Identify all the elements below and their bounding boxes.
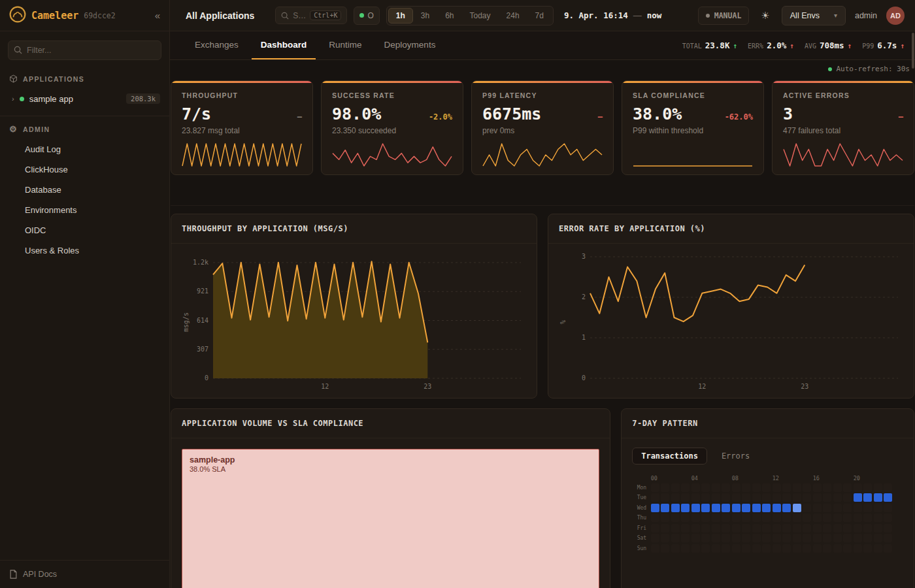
tab-deployments[interactable]: Deployments <box>375 31 445 59</box>
treemap-cell-sla: 38.0% SLA <box>190 465 591 473</box>
scrollbar-thumb[interactable] <box>912 33 914 69</box>
sidebar: Cameleer 69dcce2 « APPLICATIONS › sample… <box>0 0 170 588</box>
sidebar-collapse-icon[interactable]: « <box>155 10 160 21</box>
heatmap-cell <box>742 493 750 502</box>
heatmap-cell <box>712 504 720 512</box>
tab-dashboard[interactable]: Dashboard <box>252 31 316 59</box>
heatmap-cell <box>782 534 791 542</box>
heatmap-cell <box>701 504 710 512</box>
heatmap-cell <box>803 483 811 492</box>
svg-text:0: 0 <box>205 374 208 382</box>
kpi-value: 6675ms <box>482 105 541 123</box>
sidebar-footer: API Docs <box>0 560 169 588</box>
heatmap-cell <box>793 514 801 522</box>
toggle-transactions[interactable]: Transactions <box>632 448 707 465</box>
heatmap-cell <box>793 483 801 492</box>
stat-err: ERR% 2.0% ↑ <box>748 41 794 50</box>
kpi-delta: – <box>899 112 903 122</box>
heatmap-cell <box>884 493 892 502</box>
manual-refresh-button[interactable]: MANUAL <box>698 7 750 25</box>
time-to[interactable]: now <box>647 10 662 20</box>
heatmap-cell <box>691 514 700 522</box>
heatmap-cell <box>752 544 761 553</box>
heatmap-cell <box>863 504 872 512</box>
range-button-today[interactable]: Today <box>462 8 499 24</box>
heatmap-day-label: Sat <box>632 535 649 541</box>
weekly-heatmap: 000408121620MonTueWedThuFriSatSun <box>632 475 903 553</box>
range-button-1h[interactable]: 1h <box>388 8 413 24</box>
range-button-24h[interactable]: 24h <box>499 8 527 24</box>
sidebar-item-database[interactable]: Database <box>0 180 169 200</box>
error-rate-chart: 01231223% <box>559 252 903 393</box>
pattern-toggle-row: Transactions Errors <box>632 448 903 465</box>
sidebar-item-sample-app[interactable]: › sample app 208.3k <box>0 88 169 109</box>
kpi-row: THROUGHPUT 7/s – 23.827 msg total SUCCES… <box>171 80 914 175</box>
heatmap-cell <box>884 544 892 553</box>
heatmap-cell <box>651 483 659 492</box>
global-search[interactable]: S… Ctrl+K <box>275 7 347 24</box>
svg-text:12: 12 <box>321 383 329 390</box>
heatmap-cell <box>773 534 781 542</box>
svg-text:921: 921 <box>197 287 208 295</box>
heatmap-hour-label: 04 <box>691 475 731 482</box>
app-item-label[interactable]: sample app <box>29 94 73 104</box>
heatmap-cell <box>661 483 669 492</box>
chevron-right-icon[interactable]: › <box>12 95 14 103</box>
sidebar-item-environments[interactable]: Environments <box>0 200 169 220</box>
tab-exchanges[interactable]: Exchanges <box>186 31 248 59</box>
stat-total-value: 23.8K <box>705 41 730 50</box>
page-title: All Applications <box>186 10 254 21</box>
range-button-7d[interactable]: 7d <box>527 8 552 24</box>
heatmap-cell <box>762 493 771 502</box>
api-docs-link[interactable]: API Docs <box>23 570 57 579</box>
sidebar-item-clickhouse[interactable]: ClickHouse <box>0 159 169 180</box>
heatmap-cell <box>722 544 730 553</box>
sidebar-filter <box>8 41 161 60</box>
heatmap-cell <box>874 483 882 492</box>
heatmap-cell <box>691 534 700 542</box>
kpi-gradient-bar <box>622 81 763 83</box>
kpi-card-active-errors: ACTIVE ERRORS 3 – 477 failures total <box>772 80 914 175</box>
heatmap-cell <box>833 544 842 553</box>
arrow-up-icon: ↑ <box>733 42 737 50</box>
search-icon <box>14 46 22 54</box>
heatmap-cell <box>681 534 690 542</box>
heatmap-cell <box>722 534 730 542</box>
heatmap-cell <box>813 483 822 492</box>
live-status-pill[interactable]: O <box>354 7 379 25</box>
tab-runtime[interactable]: Runtime <box>320 31 371 59</box>
heatmap-cell <box>742 504 750 512</box>
time-separator: — <box>633 10 642 20</box>
kpi-value: 3 <box>783 105 793 123</box>
sidebar-item-users-roles[interactable]: Users & Roles <box>0 240 169 261</box>
heatmap-cell <box>823 534 831 542</box>
stat-avg-label: AVG <box>805 42 816 50</box>
sidebar-item-oidc[interactable]: OIDC <box>0 220 169 240</box>
heatmap-cell <box>854 524 862 532</box>
kpi-value: 98.0% <box>332 105 381 123</box>
heatmap-day-label: Wed <box>632 505 649 511</box>
avatar[interactable]: AD <box>886 7 905 25</box>
filter-input[interactable] <box>8 41 161 60</box>
time-from[interactable]: 9. Apr. 16:14 <box>564 10 628 20</box>
heatmap-cell <box>752 514 761 522</box>
heatmap-cell <box>874 504 882 512</box>
environment-select[interactable]: All Envs ▾ <box>782 6 846 25</box>
toggle-errors[interactable]: Errors <box>712 448 759 465</box>
pattern-panel: 7-DAY PATTERN Transactions Errors 000408… <box>621 408 914 588</box>
range-button-3h[interactable]: 3h <box>413 8 437 24</box>
theme-toggle-icon[interactable]: ☀ <box>758 7 772 24</box>
range-button-6h[interactable]: 6h <box>437 8 461 24</box>
heatmap-cell <box>752 534 761 542</box>
kpi-gradient-bar <box>171 81 312 83</box>
kpi-sparkline <box>633 142 753 168</box>
kpi-title: SLA COMPLIANCE <box>633 91 753 99</box>
heatmap-cell <box>742 534 750 542</box>
svg-text:0: 0 <box>582 374 586 382</box>
heatmap-day-label: Fri <box>632 525 649 531</box>
sidebar-item-audit-log[interactable]: Audit Log <box>0 139 169 159</box>
heatmap-cell <box>752 524 761 532</box>
heatmap-cell <box>833 493 842 502</box>
treemap-cell-sample-app[interactable]: sample-app 38.0% SLA <box>182 449 599 588</box>
heatmap-cell <box>712 483 720 492</box>
